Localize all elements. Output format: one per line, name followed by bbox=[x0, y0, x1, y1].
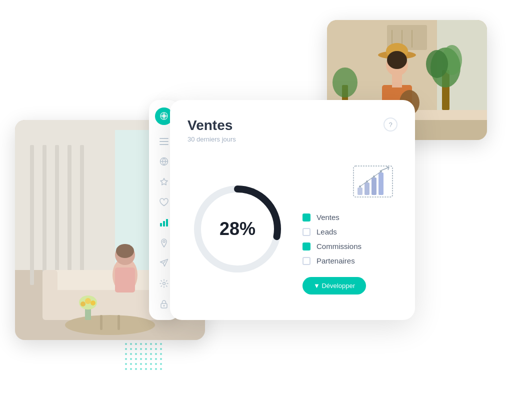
legend-partenaires: Partenaires bbox=[302, 256, 398, 265]
dots-decoration-bottom bbox=[125, 343, 162, 370]
svg-rect-5 bbox=[68, 145, 72, 285]
svg-point-13 bbox=[65, 315, 155, 335]
leads-color-swatch bbox=[302, 228, 310, 236]
svg-point-55 bbox=[164, 305, 165, 306]
legend-leads: Leads bbox=[302, 228, 398, 236]
svg-rect-46 bbox=[160, 138, 168, 139]
svg-rect-15 bbox=[118, 315, 120, 330]
legend-partenaires-label: Partenaires bbox=[316, 256, 355, 265]
svg-point-18 bbox=[85, 298, 91, 304]
svg-point-37 bbox=[332, 68, 358, 98]
legend-ventes: Ventes bbox=[302, 213, 398, 222]
legend-commissions: Commissions bbox=[302, 242, 398, 250]
svg-point-20 bbox=[90, 300, 96, 306]
svg-rect-48 bbox=[160, 144, 168, 145]
svg-rect-50 bbox=[160, 223, 162, 226]
svg-point-23 bbox=[116, 244, 134, 258]
svg-rect-61 bbox=[372, 178, 376, 195]
card-subtitle: 30 derniers jours bbox=[188, 136, 236, 143]
svg-rect-6 bbox=[80, 145, 84, 285]
right-panel: Ventes Leads Commissions Partenaires ▼ D… bbox=[302, 164, 398, 294]
svg-point-53 bbox=[163, 282, 166, 285]
svg-rect-3 bbox=[42, 145, 46, 285]
svg-rect-11 bbox=[42, 270, 58, 320]
svg-rect-51 bbox=[163, 221, 165, 226]
mini-chart-icon bbox=[352, 164, 398, 201]
legend-commissions-label: Commissions bbox=[316, 242, 362, 250]
svg-rect-62 bbox=[378, 172, 384, 195]
partenaires-color-swatch bbox=[302, 257, 310, 265]
svg-rect-52 bbox=[166, 219, 168, 226]
legend-leads-label: Leads bbox=[316, 228, 337, 236]
legend-items: Ventes Leads Commissions Partenaires bbox=[302, 213, 398, 265]
card-title: Ventes bbox=[188, 118, 236, 134]
ventes-color-swatch bbox=[302, 214, 310, 222]
svg-rect-14 bbox=[100, 315, 102, 330]
svg-point-19 bbox=[80, 302, 86, 306]
svg-rect-47 bbox=[160, 141, 168, 142]
develop-button[interactable]: ▼ Développer bbox=[302, 277, 366, 294]
donut-chart: 28% bbox=[188, 179, 288, 279]
svg-rect-59 bbox=[358, 188, 362, 195]
commissions-color-swatch bbox=[302, 242, 310, 250]
card-title-section: Ventes 30 derniers jours bbox=[188, 118, 236, 143]
help-button[interactable]: ? bbox=[384, 118, 398, 132]
svg-point-35 bbox=[426, 50, 448, 78]
svg-rect-4 bbox=[55, 145, 59, 285]
svg-rect-2 bbox=[30, 145, 34, 285]
donut-percent: 28% bbox=[220, 218, 256, 239]
svg-rect-60 bbox=[364, 182, 370, 195]
svg-point-44 bbox=[387, 51, 407, 69]
legend-ventes-label: Ventes bbox=[316, 213, 340, 222]
dashboard-card: Ventes 30 derniers jours ? 28% bbox=[170, 100, 415, 320]
svg-rect-24 bbox=[115, 268, 135, 292]
